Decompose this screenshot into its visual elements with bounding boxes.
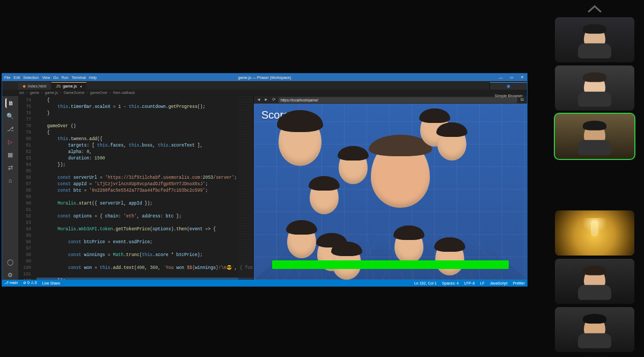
- run-debug-icon[interactable]: ▷: [5, 137, 15, 147]
- shared-screen-vscode: File Edit Selection View Go Run Terminal…: [2, 73, 528, 287]
- status-indent[interactable]: Spaces: 4: [442, 281, 459, 285]
- status-eol[interactable]: LF: [480, 281, 485, 285]
- editor-tab-strip: ◆ index.html JS game.js ◉ Simple Browser…: [2, 81, 527, 90]
- window-buttons: — ▭ ✕: [497, 74, 526, 81]
- browser-back-button[interactable]: ◄: [256, 97, 261, 103]
- source-control-icon[interactable]: ⎇: [5, 124, 15, 134]
- window-minimize-button[interactable]: —: [497, 76, 504, 79]
- enemy-face[interactable]: [394, 228, 423, 264]
- status-branch[interactable]: ⎇ main: [4, 281, 18, 285]
- status-encoding[interactable]: UTF-8: [464, 281, 475, 285]
- tab-simple-browser[interactable]: ◉ Simple Browser ×: [489, 82, 527, 90]
- activity-bar: 🗎 🔍 ⎇ ▷ ▦ ⇄ ⌂ ◯ ⚙: [2, 96, 18, 280]
- code-editor[interactable]: 7475767778798081828384858687888990919293…: [18, 96, 253, 280]
- menu-file[interactable]: File: [4, 76, 10, 79]
- status-liveshare[interactable]: Live Share: [42, 281, 60, 285]
- enemy-face[interactable]: [279, 114, 321, 166]
- js-file-icon: ◆: [23, 83, 26, 90]
- js-file-icon: JS: [56, 83, 61, 90]
- crumb[interactable]: GameScene: [63, 91, 84, 94]
- enemy-face[interactable]: [310, 179, 339, 214]
- game-canvas[interactable]: Score: 0: [254, 104, 527, 280]
- code-area[interactable]: { this.timerBar.scaleX = 1 - this.countd…: [33, 96, 253, 280]
- line-number-gutter: 7475767778798081828384858687888990919293…: [18, 96, 33, 280]
- status-prettier[interactable]: Prettier: [513, 281, 525, 285]
- breadcrumb[interactable]: src› game› game.js› GameScene› gameOver›…: [2, 90, 527, 96]
- simple-browser-pane: ◄ ► ⟳ ⧉ Score: 0: [253, 96, 527, 280]
- files-icon[interactable]: 🗎: [5, 98, 15, 108]
- boss-face[interactable]: [371, 140, 430, 208]
- crumb[interactable]: game: [30, 91, 40, 94]
- participant-gap: [555, 162, 634, 207]
- browser-forward-button[interactable]: ►: [264, 97, 269, 103]
- chevron-up-icon: [588, 4, 602, 13]
- crumb[interactable]: gameOver: [90, 91, 108, 94]
- participant-tile[interactable]: [555, 307, 634, 352]
- participant-tile-avatar[interactable]: [555, 210, 634, 256]
- timer-bar: [272, 260, 509, 269]
- status-language[interactable]: JavaScript: [490, 281, 508, 285]
- participant-tile[interactable]: [555, 65, 634, 111]
- menu-selection[interactable]: Selection: [23, 76, 39, 79]
- live-share-icon[interactable]: ⇄: [5, 163, 15, 172]
- remote-icon[interactable]: ⌂: [5, 176, 15, 185]
- browser-url-input[interactable]: [279, 97, 517, 103]
- tab-index-html[interactable]: ◆ index.html: [18, 82, 50, 90]
- menu-help[interactable]: Help: [89, 76, 97, 79]
- enemy-face[interactable]: [339, 149, 368, 184]
- window-title: game.js — Phaser (Workspace): [238, 76, 291, 79]
- status-problems[interactable]: ⊘ 0 ⚠ 0: [23, 281, 37, 285]
- menu-terminal[interactable]: Terminal: [71, 76, 85, 79]
- participants-scroll-up[interactable]: [555, 3, 634, 14]
- participant-tile[interactable]: [555, 259, 634, 304]
- participant-tile-active-speaker[interactable]: [555, 114, 634, 159]
- app-menu[interactable]: File Edit Selection View Go Run Terminal…: [4, 74, 97, 81]
- status-bar[interactable]: ⎇ main ⊘ 0 ⚠ 0 Live Share Ln 102, Col 1 …: [2, 280, 527, 286]
- enemy-face[interactable]: [435, 240, 464, 275]
- participant-tile[interactable]: [555, 17, 634, 62]
- menu-view[interactable]: View: [42, 76, 50, 79]
- menu-go[interactable]: Go: [53, 76, 58, 79]
- tab-label: index.html: [28, 83, 46, 90]
- window-maximize-button[interactable]: ▭: [508, 75, 515, 79]
- enemy-face[interactable]: [437, 125, 466, 161]
- crumb[interactable]: src: [19, 91, 24, 94]
- search-icon[interactable]: 🔍: [5, 111, 15, 121]
- globe-icon: ◉: [507, 83, 510, 90]
- crumb[interactable]: then callback: [113, 91, 135, 94]
- account-icon[interactable]: ◯: [5, 257, 15, 267]
- menu-edit[interactable]: Edit: [13, 76, 20, 79]
- enemy-face[interactable]: [287, 223, 316, 258]
- browser-toolbar: ◄ ► ⟳ ⧉: [254, 96, 527, 104]
- tab-game-js[interactable]: JS game.js: [52, 82, 86, 90]
- crumb[interactable]: game.js: [45, 91, 58, 94]
- tab-label: Simple Browser: [494, 92, 523, 100]
- participant-strip: [555, 3, 634, 357]
- window-titlebar[interactable]: File Edit Selection View Go Run Terminal…: [2, 74, 527, 81]
- minimap[interactable]: [238, 96, 253, 280]
- browser-reload-button[interactable]: ⟳: [271, 97, 276, 103]
- tab-label: game.js: [63, 83, 77, 90]
- menu-run[interactable]: Run: [62, 76, 69, 79]
- window-close-button[interactable]: ✕: [518, 75, 526, 79]
- extensions-icon[interactable]: ▦: [5, 150, 15, 159]
- status-cursor[interactable]: Ln 102, Col 1: [414, 281, 437, 285]
- settings-gear-icon[interactable]: ⚙: [5, 270, 15, 280]
